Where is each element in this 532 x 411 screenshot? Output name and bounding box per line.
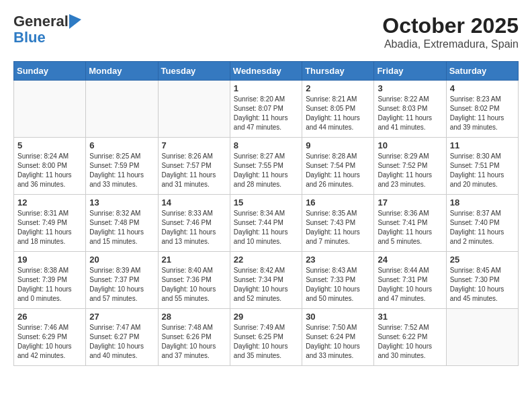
day-of-week-header: Wednesday bbox=[230, 62, 302, 81]
day-info: Sunrise: 8:30 AM Sunset: 7:51 PM Dayligh… bbox=[450, 152, 515, 189]
calendar-day-cell: 13Sunrise: 8:32 AM Sunset: 7:48 PM Dayli… bbox=[86, 195, 158, 252]
day-number: 28 bbox=[162, 312, 226, 322]
day-info: Sunrise: 8:21 AM Sunset: 8:05 PM Dayligh… bbox=[306, 95, 370, 132]
day-number: 3 bbox=[378, 83, 442, 93]
calendar-week-row: 1Sunrise: 8:20 AM Sunset: 8:07 PM Daylig… bbox=[14, 81, 519, 138]
calendar-day-cell bbox=[158, 81, 230, 138]
day-number: 17 bbox=[378, 197, 442, 208]
calendar-day-cell: 6Sunrise: 8:25 AM Sunset: 7:59 PM Daylig… bbox=[86, 138, 158, 195]
calendar-day-cell: 10Sunrise: 8:29 AM Sunset: 7:52 PM Dayli… bbox=[374, 138, 446, 195]
day-info: Sunrise: 8:40 AM Sunset: 7:36 PM Dayligh… bbox=[162, 266, 226, 304]
day-number: 29 bbox=[234, 312, 298, 322]
calendar-day-cell: 28Sunrise: 7:48 AM Sunset: 6:26 PM Dayli… bbox=[158, 309, 230, 366]
calendar-week-row: 5Sunrise: 8:24 AM Sunset: 8:00 PM Daylig… bbox=[14, 138, 519, 195]
day-info: Sunrise: 8:43 AM Sunset: 7:33 PM Dayligh… bbox=[306, 266, 370, 304]
calendar-day-cell: 16Sunrise: 8:35 AM Sunset: 7:43 PM Dayli… bbox=[302, 195, 374, 252]
day-info: Sunrise: 8:36 AM Sunset: 7:41 PM Dayligh… bbox=[378, 209, 442, 246]
calendar-day-cell: 24Sunrise: 8:44 AM Sunset: 7:31 PM Dayli… bbox=[374, 252, 446, 309]
page-header: General Blue October 2025 Abadia, Extrem… bbox=[13, 13, 519, 50]
day-info: Sunrise: 7:46 AM Sunset: 6:29 PM Dayligh… bbox=[17, 323, 82, 361]
day-of-week-header: Monday bbox=[86, 62, 158, 81]
day-number: 21 bbox=[162, 255, 226, 265]
day-of-week-header: Tuesday bbox=[158, 62, 230, 81]
calendar-day-cell: 5Sunrise: 8:24 AM Sunset: 8:00 PM Daylig… bbox=[14, 138, 86, 195]
day-number: 30 bbox=[306, 312, 370, 322]
calendar-day-cell: 7Sunrise: 8:26 AM Sunset: 7:57 PM Daylig… bbox=[158, 138, 230, 195]
month-title: October 2025 bbox=[382, 13, 519, 38]
day-number: 13 bbox=[89, 197, 154, 208]
calendar-day-cell: 14Sunrise: 8:33 AM Sunset: 7:46 PM Dayli… bbox=[158, 195, 230, 252]
calendar-day-cell: 20Sunrise: 8:39 AM Sunset: 7:37 PM Dayli… bbox=[86, 252, 158, 309]
calendar-day-cell: 31Sunrise: 7:52 AM Sunset: 6:22 PM Dayli… bbox=[374, 309, 446, 366]
day-info: Sunrise: 7:52 AM Sunset: 6:22 PM Dayligh… bbox=[378, 323, 442, 361]
day-number: 22 bbox=[234, 255, 298, 265]
day-number: 2 bbox=[306, 83, 370, 93]
day-info: Sunrise: 8:33 AM Sunset: 7:46 PM Dayligh… bbox=[162, 209, 226, 246]
day-of-week-header: Friday bbox=[374, 62, 446, 81]
day-info: Sunrise: 8:23 AM Sunset: 8:02 PM Dayligh… bbox=[450, 95, 515, 132]
day-number: 27 bbox=[89, 312, 154, 322]
day-info: Sunrise: 8:22 AM Sunset: 8:03 PM Dayligh… bbox=[378, 95, 442, 132]
calendar-day-cell bbox=[446, 309, 518, 366]
calendar-day-cell: 17Sunrise: 8:36 AM Sunset: 7:41 PM Dayli… bbox=[374, 195, 446, 252]
day-info: Sunrise: 8:44 AM Sunset: 7:31 PM Dayligh… bbox=[378, 266, 442, 304]
logo-blue: Blue bbox=[13, 29, 46, 46]
calendar-week-row: 12Sunrise: 8:31 AM Sunset: 7:49 PM Dayli… bbox=[14, 195, 519, 252]
day-number: 14 bbox=[162, 197, 226, 208]
calendar-day-cell bbox=[86, 81, 158, 138]
day-info: Sunrise: 8:35 AM Sunset: 7:43 PM Dayligh… bbox=[306, 209, 370, 246]
day-number: 16 bbox=[306, 197, 370, 208]
calendar-week-row: 26Sunrise: 7:46 AM Sunset: 6:29 PM Dayli… bbox=[14, 309, 519, 366]
day-info: Sunrise: 7:48 AM Sunset: 6:26 PM Dayligh… bbox=[162, 323, 226, 361]
calendar-day-cell: 12Sunrise: 8:31 AM Sunset: 7:49 PM Dayli… bbox=[14, 195, 86, 252]
day-of-week-header: Thursday bbox=[302, 62, 374, 81]
calendar-day-cell: 15Sunrise: 8:34 AM Sunset: 7:44 PM Dayli… bbox=[230, 195, 302, 252]
day-number: 9 bbox=[306, 140, 370, 150]
day-number: 8 bbox=[234, 140, 298, 150]
day-number: 6 bbox=[89, 140, 154, 150]
day-info: Sunrise: 8:45 AM Sunset: 7:30 PM Dayligh… bbox=[450, 266, 515, 304]
day-number: 19 bbox=[17, 255, 82, 265]
day-number: 23 bbox=[306, 255, 370, 265]
calendar-day-cell: 3Sunrise: 8:22 AM Sunset: 8:03 PM Daylig… bbox=[374, 81, 446, 138]
day-info: Sunrise: 7:49 AM Sunset: 6:25 PM Dayligh… bbox=[234, 323, 298, 361]
day-number: 15 bbox=[234, 197, 298, 208]
calendar-day-cell bbox=[14, 81, 86, 138]
day-number: 11 bbox=[450, 140, 515, 150]
day-of-week-header: Saturday bbox=[446, 62, 518, 81]
calendar-week-row: 19Sunrise: 8:38 AM Sunset: 7:39 PM Dayli… bbox=[14, 252, 519, 309]
day-info: Sunrise: 8:37 AM Sunset: 7:40 PM Dayligh… bbox=[450, 209, 515, 246]
logo-general: General bbox=[13, 13, 69, 30]
calendar-day-cell: 22Sunrise: 8:42 AM Sunset: 7:34 PM Dayli… bbox=[230, 252, 302, 309]
calendar-day-cell: 29Sunrise: 7:49 AM Sunset: 6:25 PM Dayli… bbox=[230, 309, 302, 366]
calendar-day-cell: 18Sunrise: 8:37 AM Sunset: 7:40 PM Dayli… bbox=[446, 195, 518, 252]
calendar-day-cell: 26Sunrise: 7:46 AM Sunset: 6:29 PM Dayli… bbox=[14, 309, 86, 366]
day-info: Sunrise: 8:28 AM Sunset: 7:54 PM Dayligh… bbox=[306, 152, 370, 189]
calendar-day-cell: 2Sunrise: 8:21 AM Sunset: 8:05 PM Daylig… bbox=[302, 81, 374, 138]
calendar-day-cell: 27Sunrise: 7:47 AM Sunset: 6:27 PM Dayli… bbox=[86, 309, 158, 366]
day-number: 26 bbox=[17, 312, 82, 322]
logo: General Blue bbox=[13, 13, 81, 46]
day-info: Sunrise: 8:24 AM Sunset: 8:00 PM Dayligh… bbox=[17, 152, 82, 189]
day-info: Sunrise: 8:27 AM Sunset: 7:55 PM Dayligh… bbox=[234, 152, 298, 189]
calendar-day-cell: 1Sunrise: 8:20 AM Sunset: 8:07 PM Daylig… bbox=[230, 81, 302, 138]
day-info: Sunrise: 8:34 AM Sunset: 7:44 PM Dayligh… bbox=[234, 209, 298, 246]
day-number: 24 bbox=[378, 255, 442, 265]
calendar-table: SundayMondayTuesdayWednesdayThursdayFrid… bbox=[13, 61, 519, 366]
logo-icon bbox=[69, 14, 81, 29]
calendar-day-cell: 4Sunrise: 8:23 AM Sunset: 8:02 PM Daylig… bbox=[446, 81, 518, 138]
day-number: 12 bbox=[17, 197, 82, 208]
calendar-day-cell: 25Sunrise: 8:45 AM Sunset: 7:30 PM Dayli… bbox=[446, 252, 518, 309]
day-number: 7 bbox=[162, 140, 226, 150]
day-number: 31 bbox=[378, 312, 442, 322]
day-number: 4 bbox=[450, 83, 515, 93]
day-number: 20 bbox=[89, 255, 154, 265]
calendar-day-cell: 11Sunrise: 8:30 AM Sunset: 7:51 PM Dayli… bbox=[446, 138, 518, 195]
svg-marker-0 bbox=[69, 14, 81, 29]
day-of-week-header: Sunday bbox=[14, 62, 86, 81]
day-info: Sunrise: 8:20 AM Sunset: 8:07 PM Dayligh… bbox=[234, 95, 298, 132]
day-info: Sunrise: 8:38 AM Sunset: 7:39 PM Dayligh… bbox=[17, 266, 82, 304]
calendar-day-cell: 8Sunrise: 8:27 AM Sunset: 7:55 PM Daylig… bbox=[230, 138, 302, 195]
day-info: Sunrise: 8:29 AM Sunset: 7:52 PM Dayligh… bbox=[378, 152, 442, 189]
day-number: 10 bbox=[378, 140, 442, 150]
